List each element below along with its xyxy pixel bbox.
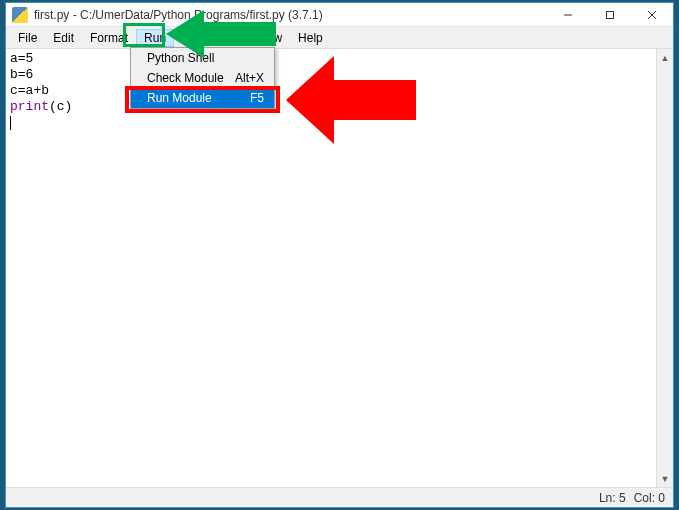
menubar: File Edit Format Run Options Window Help [6, 27, 673, 49]
scroll-down-icon[interactable]: ▼ [657, 470, 673, 487]
close-button[interactable] [631, 3, 673, 27]
statusbar: Ln: 5 Col: 0 [6, 487, 673, 507]
menu-format[interactable]: Format [82, 29, 136, 47]
menu-file[interactable]: File [10, 29, 45, 47]
text-cursor [10, 116, 11, 130]
run-dropdown-menu: Python Shell Check Module Alt+X Run Modu… [130, 47, 275, 109]
menu-item-shortcut: F5 [250, 91, 264, 105]
window-title: first.py - C:/UmerData/Python Programs/f… [34, 8, 547, 22]
code-keyword-print: print [10, 99, 49, 114]
code-line-3: c=a+b [10, 83, 49, 98]
code-line-4-rest: (c) [49, 99, 72, 114]
menu-help[interactable]: Help [290, 29, 331, 47]
minimize-button[interactable] [547, 3, 589, 27]
menu-item-label: Run Module [147, 91, 212, 105]
titlebar: first.py - C:/UmerData/Python Programs/f… [6, 3, 673, 27]
scroll-up-icon[interactable]: ▲ [657, 49, 673, 66]
editor-area: a=5 b=6 c=a+b print(c) ▲ ▼ [6, 49, 673, 487]
status-col: Col: 0 [634, 491, 665, 505]
menu-item-shortcut: Alt+X [235, 71, 264, 85]
maximize-button[interactable] [589, 3, 631, 27]
menu-options[interactable]: Options [174, 29, 231, 47]
menu-item-run-module[interactable]: Run Module F5 [131, 88, 274, 108]
menu-edit[interactable]: Edit [45, 29, 82, 47]
python-icon [12, 7, 28, 23]
idle-window: first.py - C:/UmerData/Python Programs/f… [5, 2, 674, 508]
menu-window[interactable]: Window [231, 29, 290, 47]
menu-item-python-shell[interactable]: Python Shell [131, 48, 274, 68]
menu-item-label: Python Shell [147, 51, 214, 65]
window-controls [547, 3, 673, 27]
svg-rect-1 [607, 11, 614, 18]
menu-item-label: Check Module [147, 71, 224, 85]
code-line-1: a=5 [10, 51, 33, 66]
menu-run[interactable]: Run [136, 29, 174, 47]
code-editor[interactable]: a=5 b=6 c=a+b print(c) [6, 49, 656, 487]
status-line: Ln: 5 [599, 491, 626, 505]
code-line-2: b=6 [10, 67, 33, 82]
menu-item-check-module[interactable]: Check Module Alt+X [131, 68, 274, 88]
vertical-scrollbar[interactable]: ▲ ▼ [656, 49, 673, 487]
